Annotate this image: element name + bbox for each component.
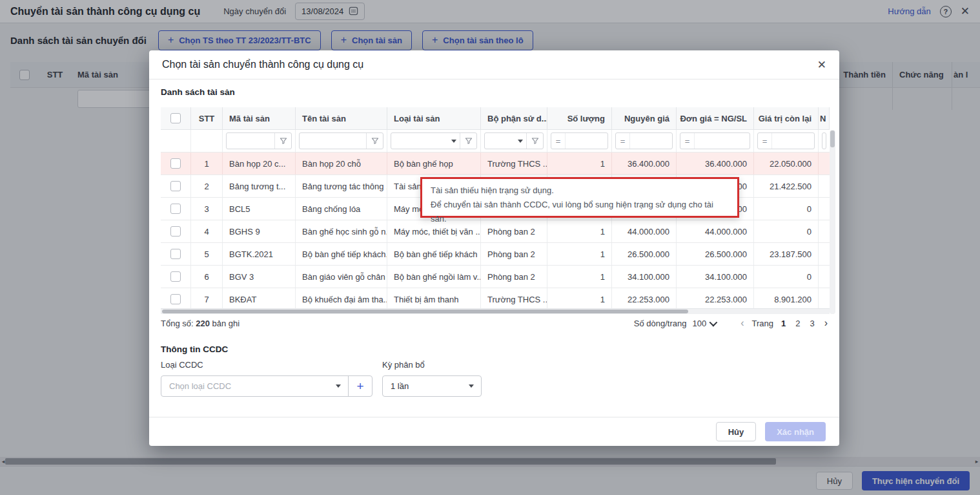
cell-gia-tri-con-lai: 0: [754, 220, 819, 242]
cell-ma-tai-san: BGHS 9: [223, 220, 296, 242]
equals-operator[interactable]: =: [551, 133, 566, 149]
modal-vscroll-thumb[interactable]: [830, 131, 835, 147]
ccdc-type-select[interactable]: Chọn loại CCDC +: [161, 375, 373, 397]
chevron-down-icon: [709, 318, 718, 326]
cell-so-luong: 1: [547, 266, 612, 288]
col-don-gia: Đơn giá = NG/SL: [677, 107, 754, 129]
modal-table-body: 1 Bàn họp 20 c... Bàn họp 20 chỗ Bộ bàn …: [161, 153, 830, 309]
cell-don-gia: 34.100.000: [677, 266, 754, 288]
table-row[interactable]: 1 Bàn họp 20 c... Bàn họp 20 chỗ Bộ bàn …: [161, 153, 830, 175]
page-1-button[interactable]: 1: [779, 319, 788, 328]
cell-ten-tai-san: Bảng chống lóa: [296, 198, 387, 220]
ccdc-type-label: Loại CCDC: [161, 360, 203, 370]
equals-operator[interactable]: =: [616, 133, 630, 149]
ccdc-section-title: Thông tin CCDC: [161, 344, 228, 354]
cell-nguyen-gia: 22.253.000: [612, 288, 677, 309]
filter-nguyengia-input[interactable]: [630, 133, 672, 149]
allocation-period-select[interactable]: 1 lần: [382, 375, 482, 397]
equals-operator[interactable]: =: [758, 133, 772, 149]
filter-funnel-icon[interactable]: [460, 133, 476, 149]
modal-select-all-checkbox[interactable]: [170, 113, 181, 123]
cell-bo-phan: Trường THCS ...: [481, 153, 547, 174]
filter-funnel-icon[interactable]: [274, 133, 291, 149]
chevron-down-icon[interactable]: [448, 140, 460, 143]
total-value: 220: [196, 319, 210, 328]
filter-dongia-input[interactable]: [695, 133, 750, 149]
filter-giatri-input[interactable]: [772, 133, 814, 149]
row-checkbox[interactable]: [170, 294, 181, 304]
page-3-button[interactable]: 3: [808, 319, 816, 328]
table-row[interactable]: 6 BGV 3 Bàn giáo viên gỗ chân ... Bộ bàn…: [161, 266, 830, 288]
col-ma-tai-san: Mã tài sản: [223, 107, 296, 129]
row-checkbox[interactable]: [170, 181, 181, 191]
filter-ma-input[interactable]: [227, 133, 274, 149]
col-so-luong: Số lượng: [547, 107, 612, 129]
cell-stt: 1: [191, 153, 223, 174]
col-gia-tri-con-lai: Giá trị còn lại: [754, 107, 819, 129]
cell-bo-phan: Phòng ban 2: [481, 266, 547, 288]
cell-gia-tri-con-lai: 22.050.000: [754, 153, 819, 174]
cell-so-luong: 1: [547, 153, 612, 174]
modal-horizontal-scrollbar[interactable]: [161, 309, 830, 314]
cell-ten-tai-san: Bàn giáo viên gỗ chân ...: [296, 266, 387, 288]
error-tooltip: Tài sản thiếu hiện trạng sử dụng. Để chu…: [420, 177, 739, 218]
cell-bo-phan: Trường THCS ...: [481, 288, 547, 309]
modal-vertical-scrollbar[interactable]: [830, 130, 835, 314]
error-tooltip-line2: Để chuyển tài sản thành CCDC, vui lòng b…: [431, 198, 729, 226]
cell-ten-tai-san: Bàn họp 20 chỗ: [296, 153, 387, 174]
row-checkbox[interactable]: [170, 158, 181, 169]
cell-stt: 5: [191, 243, 223, 265]
cell-don-gia: 22.253.000: [677, 288, 754, 309]
app-window: Chuyển tài sản thành công cụ dụng cụ Ngà…: [0, 0, 980, 495]
cell-next-partial: [819, 153, 830, 174]
col-stt: STT: [191, 107, 223, 129]
cell-nguyen-gia: 34.100.000: [612, 266, 677, 288]
cell-ma-tai-san: BCL5: [223, 198, 296, 220]
table-row[interactable]: 7 BKĐAT Bộ khuếch đại âm tha... Thiết bị…: [161, 288, 830, 309]
page-2-button[interactable]: 2: [793, 319, 802, 328]
add-ccdc-type-button[interactable]: +: [348, 376, 372, 396]
cell-next-partial: [819, 175, 830, 197]
chevron-down-icon: [462, 384, 481, 388]
cell-ten-tai-san: Bộ khuếch đại âm tha...: [296, 288, 387, 309]
cell-stt: 3: [191, 198, 223, 220]
table-row[interactable]: 5 BGTK.2021 Bộ bàn ghế tiếp khách... Bộ …: [161, 243, 830, 266]
next-page-button[interactable]: ›: [822, 318, 830, 328]
prev-page-button[interactable]: ‹: [739, 318, 746, 328]
modal-hscroll-thumb[interactable]: [162, 310, 688, 313]
modal-close-icon[interactable]: ✕: [817, 58, 826, 72]
cell-bo-phan: Phòng ban 2: [481, 243, 547, 265]
rows-per-page-select[interactable]: 100: [692, 319, 715, 328]
filter-ten-input[interactable]: [300, 133, 366, 149]
row-checkbox[interactable]: [170, 204, 181, 214]
cell-gia-tri-con-lai: 0: [754, 198, 819, 220]
chevron-down-icon[interactable]: [515, 140, 526, 143]
modal-confirm-button[interactable]: Xác nhận: [765, 422, 826, 441]
row-checkbox[interactable]: [170, 249, 181, 259]
ccdc-type-placeholder: Chọn loại CCDC: [161, 381, 329, 391]
chevron-down-icon: [329, 384, 348, 388]
cell-gia-tri-con-lai: 8.901.200: [754, 288, 819, 309]
cell-ten-tai-san: Bộ bàn ghế tiếp khách...: [296, 243, 387, 265]
filter-funnel-icon[interactable]: [526, 133, 543, 149]
row-checkbox[interactable]: [170, 226, 181, 237]
rows-per-page-label: Số dòng/trang: [634, 319, 687, 328]
row-checkbox[interactable]: [170, 271, 181, 282]
equals-operator[interactable]: =: [680, 133, 695, 149]
cell-gia-tri-con-lai: 0: [754, 266, 819, 288]
filter-loai-select[interactable]: [391, 133, 448, 149]
modal-title: Chọn tài sản chuyển thành công cụ dụng c…: [162, 59, 363, 70]
modal-cancel-button[interactable]: Hủy: [716, 422, 757, 441]
modal-footer: Hủy Xác nhận: [149, 417, 839, 446]
col-nguyen-gia: Nguyên giá: [612, 107, 677, 129]
filter-bophan-select[interactable]: [485, 133, 515, 149]
cell-don-gia: 26.500.000: [677, 243, 754, 265]
cell-next-partial: [819, 288, 830, 309]
filter-funnel-icon[interactable]: [366, 133, 383, 149]
cell-so-luong: 1: [547, 288, 612, 309]
filter-soluong-input[interactable]: [566, 133, 607, 149]
allocation-period-label: Kỳ phân bổ: [382, 360, 425, 370]
allocation-period-value: 1 lần: [383, 381, 462, 391]
page-label: Trang: [751, 319, 773, 328]
cell-next-partial: [819, 198, 830, 220]
